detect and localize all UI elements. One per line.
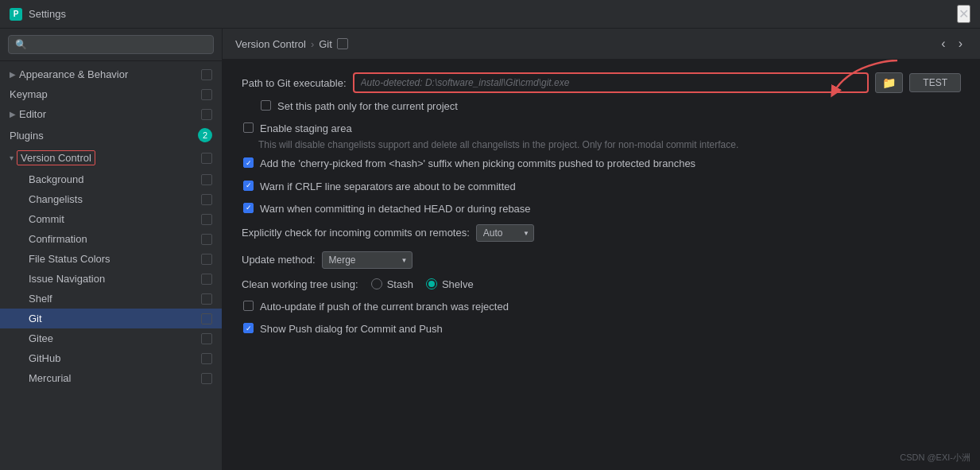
breadcrumb-separator: › bbox=[311, 38, 314, 50]
path-row: Path to Git executable: 📁 TEST bbox=[242, 72, 961, 93]
warn-detached-checkbox[interactable] bbox=[243, 203, 254, 213]
warn-crlf-checkbox[interactable] bbox=[243, 181, 254, 191]
breadcrumb-icon bbox=[337, 38, 348, 49]
show-push-label: Show Push dialog for Commit and Push bbox=[260, 322, 443, 336]
cherry-pick-checkbox[interactable] bbox=[243, 157, 254, 168]
clean-working-row: Clean working tree using: Stash Shelve bbox=[242, 278, 961, 290]
incoming-commits-select[interactable]: Auto Always Never bbox=[476, 224, 534, 242]
sidebar-label: Plugins bbox=[10, 130, 44, 142]
path-label: Path to Git executable: bbox=[242, 77, 347, 89]
nav-buttons: ‹ › bbox=[936, 35, 967, 52]
warn-crlf-row: Warn if CRLF line separators are about t… bbox=[242, 180, 961, 194]
breadcrumb-part2: Git bbox=[319, 38, 332, 50]
arrow-icon: ▾ bbox=[10, 153, 14, 162]
incoming-commits-label: Explicitly check for incoming commits on… bbox=[242, 227, 470, 239]
title-bar-left: P Settings bbox=[10, 8, 66, 21]
auto-update-row: Auto-update if push of the current branc… bbox=[242, 300, 961, 314]
sidebar-label: Commit bbox=[29, 213, 64, 225]
stash-radio[interactable] bbox=[371, 278, 382, 289]
arrow-icon: ▶ bbox=[10, 70, 16, 79]
cherry-pick-row: Add the 'cherry-picked from <hash>' suff… bbox=[242, 157, 961, 171]
sidebar-label: File Status Colors bbox=[29, 253, 110, 265]
set-path-checkbox[interactable] bbox=[261, 100, 271, 111]
sidebar-item-mercurial[interactable]: Mercurial bbox=[0, 368, 222, 388]
sidebar-label: Background bbox=[29, 173, 83, 185]
auto-update-checkbox[interactable] bbox=[243, 301, 254, 311]
sidebar-item-keymap[interactable]: Keymap bbox=[0, 84, 222, 104]
sidebar-item-github[interactable]: GitHub bbox=[0, 348, 222, 368]
settings-content: Path to Git executable: 📁 TEST Set this … bbox=[223, 60, 980, 470]
warn-detached-row: Warn when committing in detached HEAD or… bbox=[242, 202, 961, 216]
sidebar-label: Gitee bbox=[29, 332, 53, 344]
sidebar-label: Changelists bbox=[29, 193, 83, 205]
clean-working-label: Clean working tree using: bbox=[242, 278, 358, 290]
cherry-pick-label: Add the 'cherry-picked from <hash>' suff… bbox=[260, 157, 695, 171]
top-nav: Version Control › Git ‹ › bbox=[223, 29, 980, 60]
staging-subtext: This will disable changelists support an… bbox=[242, 139, 961, 150]
sidebar-label: GitHub bbox=[29, 352, 60, 364]
warn-crlf-label: Warn if CRLF line separators are about t… bbox=[260, 180, 516, 194]
breadcrumb-part1: Version Control bbox=[235, 38, 306, 50]
enable-staging-row: Enable staging area bbox=[242, 122, 961, 136]
page-icon bbox=[201, 293, 212, 305]
sidebar-item-appearance[interactable]: ▶Appearance & Behavior bbox=[0, 64, 222, 84]
sidebar-item-background[interactable]: Background bbox=[0, 169, 222, 189]
update-method-select[interactable]: Merge Rebase Branch Default bbox=[322, 251, 413, 269]
sidebar-item-file-status-colors[interactable]: File Status Colors bbox=[0, 249, 222, 269]
sidebar: ▶Appearance & BehaviorKeymap▶EditorPlugi… bbox=[0, 29, 223, 470]
sidebar-label: Keymap bbox=[10, 88, 48, 100]
sidebar-item-editor[interactable]: ▶Editor bbox=[0, 104, 222, 124]
search-bar bbox=[0, 29, 222, 61]
sidebar-label: Version Control bbox=[17, 150, 95, 165]
sidebar-label: Issue Navigation bbox=[29, 273, 105, 285]
sidebar-item-git[interactable]: Git bbox=[0, 309, 222, 328]
warn-detached-label: Warn when committing in detached HEAD or… bbox=[260, 202, 531, 216]
app-icon: P bbox=[10, 8, 22, 21]
window-title: Settings bbox=[29, 8, 66, 20]
breadcrumb: Version Control › Git bbox=[235, 38, 348, 50]
sidebar-label: Shelf bbox=[29, 293, 52, 305]
forward-button[interactable]: › bbox=[954, 35, 967, 52]
incoming-commits-wrapper: Auto Always Never bbox=[476, 224, 534, 242]
watermark: CSDN @EXI-小洲 bbox=[900, 452, 970, 464]
main-layout: ▶Appearance & BehaviorKeymap▶EditorPlugi… bbox=[0, 29, 980, 470]
shelve-label: Shelve bbox=[442, 278, 474, 290]
page-icon bbox=[201, 109, 212, 120]
page-icon bbox=[201, 153, 212, 164]
page-icon bbox=[201, 89, 212, 100]
enable-staging-label: Enable staging area bbox=[260, 122, 352, 136]
shelve-radio[interactable] bbox=[426, 278, 437, 289]
page-icon bbox=[201, 333, 212, 344]
enable-staging-checkbox[interactable] bbox=[243, 122, 254, 133]
auto-update-label: Auto-update if push of the current branc… bbox=[260, 300, 509, 314]
page-icon bbox=[201, 69, 212, 80]
sidebar-item-plugins[interactable]: Plugins2 bbox=[0, 124, 222, 146]
path-input[interactable] bbox=[353, 72, 870, 93]
stash-label: Stash bbox=[387, 278, 413, 290]
folder-button[interactable]: 📁 bbox=[875, 72, 903, 93]
back-button[interactable]: ‹ bbox=[936, 35, 950, 52]
sidebar-item-version-control[interactable]: ▾Version Control bbox=[0, 146, 222, 169]
sidebar-item-gitee[interactable]: Gitee bbox=[0, 328, 222, 348]
sidebar-item-confirmation[interactable]: Confirmation bbox=[0, 229, 222, 249]
sidebar-item-changelists[interactable]: Changelists bbox=[0, 189, 222, 209]
arrow-icon: ▶ bbox=[10, 110, 16, 118]
page-icon bbox=[201, 353, 212, 364]
test-button[interactable]: TEST bbox=[909, 73, 961, 92]
shelve-option: Shelve bbox=[426, 278, 474, 290]
update-method-wrapper: Merge Rebase Branch Default bbox=[322, 251, 413, 269]
page-icon bbox=[201, 174, 212, 185]
set-path-checkbox-row: Set this path only for the current proje… bbox=[242, 99, 961, 114]
sidebar-item-commit[interactable]: Commit bbox=[0, 209, 222, 229]
sidebar-label: Git bbox=[29, 313, 42, 324]
content-area: Version Control › Git ‹ › bbox=[223, 29, 980, 470]
show-push-checkbox[interactable] bbox=[243, 323, 254, 333]
sidebar-item-issue-navigation[interactable]: Issue Navigation bbox=[0, 269, 222, 289]
update-method-label: Update method: bbox=[242, 254, 316, 266]
search-input[interactable] bbox=[8, 35, 214, 54]
close-button[interactable]: ✕ bbox=[957, 5, 970, 23]
sidebar-label: Editor bbox=[19, 108, 46, 120]
stash-option: Stash bbox=[371, 278, 413, 290]
page-icon bbox=[201, 313, 212, 324]
sidebar-item-shelf[interactable]: Shelf bbox=[0, 289, 222, 309]
